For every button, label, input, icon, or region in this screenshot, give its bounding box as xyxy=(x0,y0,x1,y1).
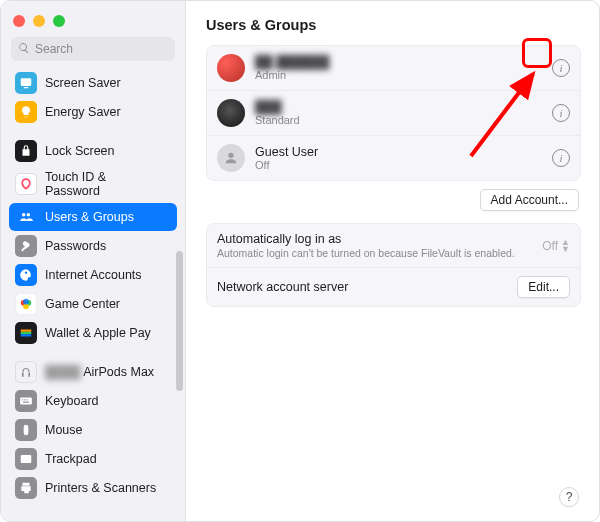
trackpad-icon xyxy=(15,448,37,470)
sidebar-item-internet-accounts[interactable]: Internet Accounts xyxy=(9,261,177,289)
passwords-icon xyxy=(15,235,37,257)
sidebar-item-label: Lock Screen xyxy=(45,144,114,158)
svg-rect-13 xyxy=(24,399,25,400)
help-button[interactable]: ? xyxy=(559,487,579,507)
search-icon xyxy=(18,42,35,57)
sidebar-item-wallet-apple-pay[interactable]: Wallet & Apple Pay xyxy=(9,319,177,347)
sidebar-item-label: Users & Groups xyxy=(45,210,134,224)
sidebar-item-screen-saver[interactable]: Screen Saver xyxy=(9,69,177,97)
screen-saver-icon xyxy=(15,72,37,94)
sidebar-item-keyboard[interactable]: Keyboard xyxy=(9,387,177,415)
sidebar-item-label: Touch ID & Password xyxy=(45,170,106,199)
wallet-icon xyxy=(15,322,37,344)
user-name-redacted: ███ xyxy=(255,100,542,114)
sidebar-item-label: Printers & Scanners xyxy=(45,481,156,495)
energy-saver-icon xyxy=(15,101,37,123)
main-content: Users & Groups ██ ██████ Admin i ███ Sta… xyxy=(186,1,599,521)
sidebar-item-label: Trackpad xyxy=(45,452,97,466)
lock-screen-icon xyxy=(15,140,37,162)
svg-rect-10 xyxy=(21,334,32,336)
settings-window: Screen Saver Energy Saver Lock Screen xyxy=(0,0,600,522)
sidebar-item-passwords[interactable]: Passwords xyxy=(9,232,177,260)
user-name: Guest User xyxy=(255,145,542,159)
user-role: Off xyxy=(255,159,542,171)
sidebar-scrollbar[interactable] xyxy=(176,251,183,391)
sidebar-item-lock-screen[interactable]: Lock Screen xyxy=(9,137,177,165)
svg-point-2 xyxy=(22,213,26,217)
sidebar: Screen Saver Energy Saver Lock Screen xyxy=(1,1,186,521)
sidebar-item-label: Screen Saver xyxy=(45,76,121,90)
sidebar-item-users-groups[interactable]: Users & Groups xyxy=(9,203,177,231)
sidebar-item-airpods-max[interactable]: ████ AirPods Max xyxy=(9,358,177,386)
airpods-max-icon xyxy=(15,361,37,383)
sidebar-list: Screen Saver Energy Saver Lock Screen xyxy=(1,69,185,521)
sidebar-item-trackpad[interactable]: Trackpad xyxy=(9,445,177,473)
close-window-button[interactable] xyxy=(13,15,25,27)
svg-rect-0 xyxy=(21,78,32,86)
internet-accounts-icon xyxy=(15,264,37,286)
auto-login-subtitle: Automatic login can't be turned on becau… xyxy=(217,247,532,259)
svg-rect-9 xyxy=(21,332,32,334)
network-server-title: Network account server xyxy=(217,280,507,294)
svg-rect-17 xyxy=(21,455,32,463)
sidebar-item-label: Passwords xyxy=(45,239,106,253)
window-controls xyxy=(1,9,185,37)
sidebar-item-label: Internet Accounts xyxy=(45,268,142,282)
add-account-button[interactable]: Add Account... xyxy=(480,189,579,211)
search-field[interactable] xyxy=(11,37,175,61)
users-groups-icon xyxy=(15,206,37,228)
search-input[interactable] xyxy=(35,42,185,56)
sidebar-item-label: Game Center xyxy=(45,297,120,311)
sidebar-item-label: Keyboard xyxy=(45,394,99,408)
user-row-admin[interactable]: ██ ██████ Admin i xyxy=(207,46,580,90)
keyboard-icon xyxy=(15,390,37,412)
svg-rect-1 xyxy=(24,87,29,88)
sidebar-item-printers-scanners[interactable]: Printers & Scanners xyxy=(9,474,177,502)
user-role: Admin xyxy=(255,69,542,81)
auto-login-row[interactable]: Automatically log in as Automatic login … xyxy=(207,224,580,267)
sidebar-item-mouse[interactable]: Mouse xyxy=(9,416,177,444)
user-info-button[interactable]: i xyxy=(552,59,570,77)
touch-id-icon xyxy=(15,173,37,195)
printers-icon xyxy=(15,477,37,499)
user-name-redacted: ██ ██████ xyxy=(255,55,542,69)
sidebar-item-label: Energy Saver xyxy=(45,105,121,119)
sidebar-item-energy-saver[interactable]: Energy Saver xyxy=(9,98,177,126)
options-card: Automatically log in as Automatic login … xyxy=(206,223,581,307)
sidebar-item-label: ████ AirPods Max xyxy=(45,365,154,379)
users-list-card: ██ ██████ Admin i ███ Standard i Guest U xyxy=(206,45,581,181)
zoom-window-button[interactable] xyxy=(53,15,65,27)
edit-network-server-button[interactable]: Edit... xyxy=(517,276,570,298)
svg-point-18 xyxy=(228,153,233,158)
sidebar-item-touch-id-password[interactable]: Touch ID & Password xyxy=(9,166,177,202)
sidebar-item-game-center[interactable]: Game Center xyxy=(9,290,177,318)
svg-rect-8 xyxy=(21,330,32,332)
svg-rect-16 xyxy=(24,425,29,436)
user-info-button[interactable]: i xyxy=(552,104,570,122)
user-role: Standard xyxy=(255,114,542,126)
svg-point-7 xyxy=(23,299,29,305)
svg-point-3 xyxy=(27,213,30,217)
network-account-server-row: Network account server Edit... xyxy=(207,267,580,306)
svg-rect-11 xyxy=(20,398,32,405)
mouse-icon xyxy=(15,419,37,441)
user-row-guest[interactable]: Guest User Off i xyxy=(207,135,580,180)
user-row-standard[interactable]: ███ Standard i xyxy=(207,90,580,135)
sidebar-item-label: Wallet & Apple Pay xyxy=(45,326,151,340)
guest-avatar-icon xyxy=(217,144,245,172)
auto-login-value[interactable]: Off ▲▼ xyxy=(542,239,570,253)
sidebar-item-label: Mouse xyxy=(45,423,83,437)
svg-rect-12 xyxy=(22,399,23,400)
game-center-icon xyxy=(15,293,37,315)
avatar xyxy=(217,99,245,127)
up-down-chevron-icon: ▲▼ xyxy=(561,239,570,253)
auto-login-title: Automatically log in as xyxy=(217,232,532,246)
avatar xyxy=(217,54,245,82)
svg-rect-14 xyxy=(27,399,28,400)
minimize-window-button[interactable] xyxy=(33,15,45,27)
page-title: Users & Groups xyxy=(206,17,581,33)
user-info-button[interactable]: i xyxy=(552,149,570,167)
svg-rect-15 xyxy=(23,402,29,403)
